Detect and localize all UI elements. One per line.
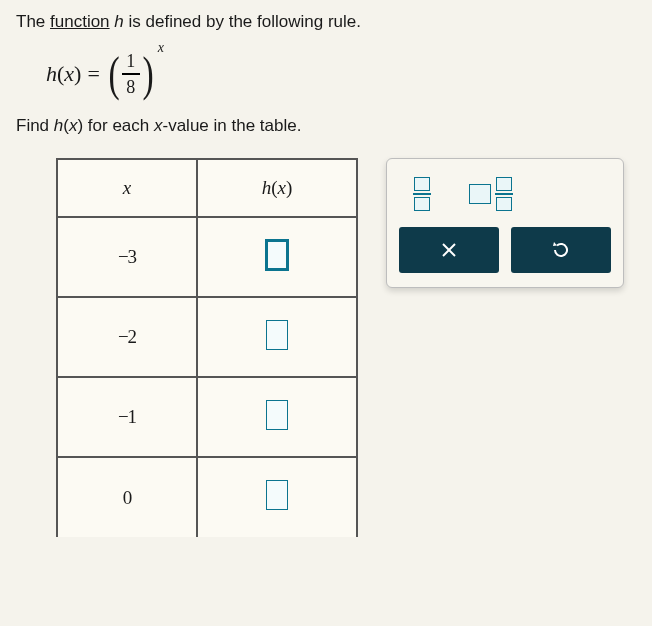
formula-fraction: 1 8 [122, 51, 140, 97]
table-cell-x: 0 [57, 457, 197, 537]
instr-mid: for each [83, 116, 154, 135]
formula-frac-num: 1 [126, 51, 135, 71]
instruction-text: Find h(x) for each x-value in the table. [16, 116, 636, 136]
formula-exponent: x [158, 40, 164, 56]
clear-button[interactable] [399, 227, 499, 273]
formula-lhs-arg: x [64, 61, 74, 87]
fraction-icon [413, 177, 431, 211]
mini-box-icon [414, 197, 430, 211]
table-header-x: x [57, 159, 197, 217]
toolbox-row-actions [399, 227, 611, 273]
table-row: 0 [57, 457, 357, 537]
table-row: −1 [57, 377, 357, 457]
intro-prefix: The [16, 12, 50, 31]
intro-text: The function h is defined by the followi… [16, 12, 636, 32]
table-cell-hx [197, 457, 357, 537]
instr-suffix: -value in the table. [162, 116, 301, 135]
fraction-template-button[interactable] [409, 173, 435, 215]
table-row: −3 [57, 217, 357, 297]
header-hx-fn: h [262, 177, 272, 198]
close-icon [439, 240, 459, 260]
table-cell-x: −2 [57, 297, 197, 377]
table-cell-hx [197, 297, 357, 377]
formula-lhs-close: ) [74, 61, 81, 87]
table-row: −2 [57, 297, 357, 377]
mini-box-icon [496, 197, 512, 211]
formula: h ( x ) = ( 1 8 ) x [46, 50, 636, 98]
intro-suffix: is defined by the following rule. [124, 12, 361, 31]
left-paren-icon: ( [108, 50, 119, 98]
answer-input[interactable] [266, 240, 288, 270]
function-link[interactable]: function [50, 12, 110, 31]
instr-prefix: Find [16, 116, 54, 135]
answer-input[interactable] [266, 400, 288, 430]
header-hx-close: ) [286, 177, 292, 198]
mini-box-icon [414, 177, 430, 191]
right-paren-icon: ) [142, 50, 153, 98]
formula-paren: ( 1 8 ) x [106, 50, 164, 98]
intro-var: h [114, 12, 123, 31]
table-header-row: x h(x) [57, 159, 357, 217]
undo-icon [550, 239, 572, 261]
table-cell-hx [197, 217, 357, 297]
mini-bar-icon [495, 193, 513, 195]
mini-box-icon [496, 177, 512, 191]
mini-bar-icon [413, 193, 431, 195]
answer-input[interactable] [266, 320, 288, 350]
table-header-hx: h(x) [197, 159, 357, 217]
mini-box-icon [469, 184, 491, 204]
header-hx-arg: x [278, 177, 286, 198]
formula-frac-den: 8 [126, 77, 135, 97]
table-cell-hx [197, 377, 357, 457]
mixed-fraction-template-button[interactable] [465, 173, 517, 215]
instr-fn: h [54, 116, 63, 135]
formula-equals: = [87, 61, 99, 87]
reset-button[interactable] [511, 227, 611, 273]
answer-input[interactable] [266, 480, 288, 510]
table-cell-x: −1 [57, 377, 197, 457]
fraction-icon [495, 177, 513, 211]
value-table: x h(x) −3−2−10 [56, 158, 358, 537]
table-cell-x: −3 [57, 217, 197, 297]
fraction-bar-icon [122, 73, 140, 75]
toolbox-row-templates [399, 169, 611, 227]
formula-lhs-var: h [46, 61, 57, 87]
toolbox-panel [386, 158, 624, 288]
